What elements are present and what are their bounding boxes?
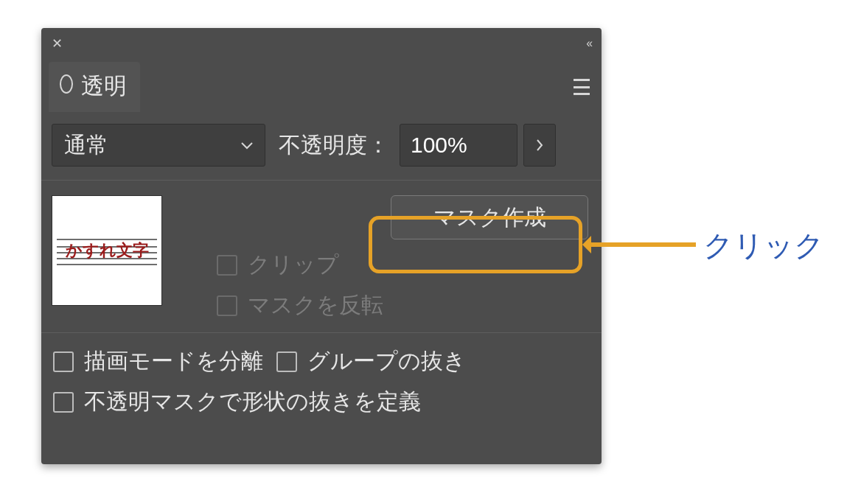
- annotation-arrow: [585, 242, 696, 247]
- opacity-flyout-button[interactable]: [523, 124, 556, 167]
- panel-menu-icon[interactable]: [574, 79, 594, 95]
- checkbox-icon: [276, 351, 297, 372]
- svg-point-0: [60, 75, 72, 93]
- panel-tabrow: 透明: [41, 59, 602, 115]
- clip-checkbox: クリップ: [175, 250, 591, 280]
- thumbnail-text: かすれ文字: [66, 239, 149, 262]
- checkbox-icon: [53, 392, 74, 413]
- invert-mask-label: マスクを反転: [248, 290, 383, 321]
- collapse-icon[interactable]: ‹‹: [586, 37, 591, 50]
- knockout-group-label: グループの抜き: [307, 346, 466, 377]
- mask-row: かすれ文字 マスク作成 クリップ マスクを反転: [41, 181, 602, 333]
- transparency-icon: [59, 74, 74, 98]
- create-mask-button[interactable]: マスク作成: [391, 195, 588, 239]
- blend-mode-value: 通常: [64, 130, 108, 161]
- blend-mode-dropdown[interactable]: 通常: [52, 124, 265, 167]
- checkbox-icon: [217, 295, 237, 316]
- tab-transparency[interactable]: 透明: [49, 62, 140, 112]
- bottom-options: 描画モードを分離 グループの抜き 不透明マスクで形状の抜きを定義: [41, 333, 602, 430]
- opacity-mask-shape-checkbox[interactable]: 不透明マスクで形状の抜きを定義: [53, 387, 421, 417]
- mask-options-column: マスク作成 クリップ マスクを反転: [175, 195, 591, 321]
- controls-row: 通常 不透明度： 100%: [41, 115, 602, 181]
- isolate-blending-label: 描画モードを分離: [84, 346, 263, 377]
- invert-mask-checkbox: マスクを反転: [175, 290, 591, 321]
- isolate-blending-checkbox[interactable]: 描画モードを分離: [53, 346, 263, 377]
- panel-titlebar: ✕ ‹‹: [41, 28, 602, 59]
- annotation-label: クリック: [703, 225, 824, 266]
- transparency-panel: ✕ ‹‹ 透明 通常 不透明度： 100%: [41, 28, 602, 464]
- chevron-down-icon: [241, 138, 253, 153]
- opacity-value: 100%: [411, 133, 467, 158]
- create-mask-label: マスク作成: [433, 203, 546, 233]
- close-icon[interactable]: ✕: [52, 37, 63, 50]
- checkbox-icon: [217, 255, 237, 276]
- clip-label: クリップ: [248, 250, 339, 280]
- opacity-label: 不透明度：: [271, 130, 394, 161]
- knockout-group-checkbox[interactable]: グループの抜き: [276, 346, 466, 377]
- artwork-thumbnail[interactable]: かすれ文字: [52, 195, 162, 306]
- opacity-input[interactable]: 100%: [400, 124, 517, 167]
- opacity-mask-shape-label: 不透明マスクで形状の抜きを定義: [84, 387, 421, 417]
- tab-label: 透明: [81, 71, 127, 102]
- checkbox-icon: [53, 351, 74, 372]
